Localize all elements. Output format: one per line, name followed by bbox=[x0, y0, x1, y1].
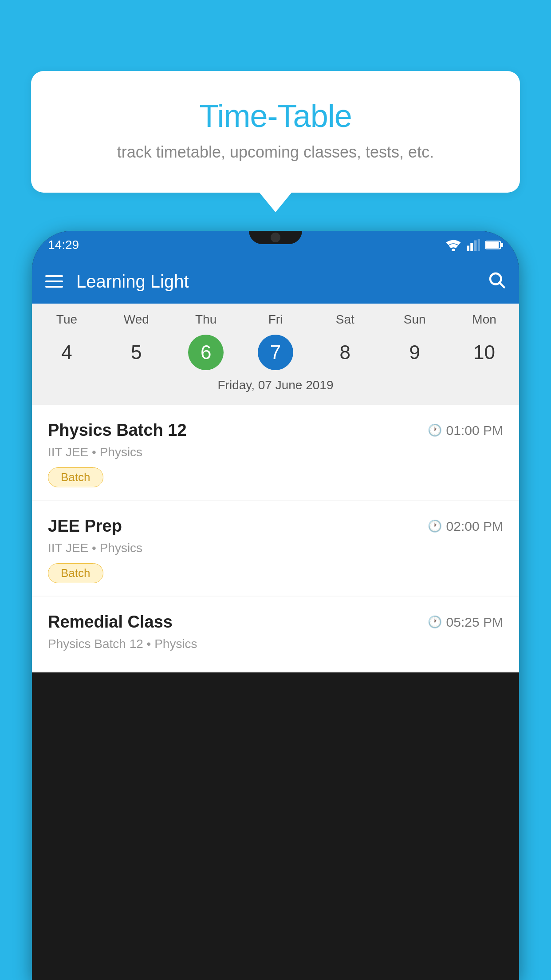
batch-tag-1: Batch bbox=[48, 467, 103, 487]
day-7-selected[interactable]: 7 bbox=[258, 335, 293, 370]
battery-icon bbox=[485, 240, 503, 250]
time-text-1: 01:00 PM bbox=[446, 423, 503, 438]
svg-rect-3 bbox=[474, 241, 477, 251]
class-meta-1: IIT JEE • Physics bbox=[48, 445, 503, 459]
class-meta-3: Physics Batch 12 • Physics bbox=[48, 637, 503, 651]
class-name-1: Physics Batch 12 bbox=[48, 421, 187, 440]
day-headers: Tue Wed Thu Fri Sat Sun Mon bbox=[32, 312, 519, 330]
svg-rect-7 bbox=[500, 243, 503, 247]
class-time-1: 🕐 01:00 PM bbox=[428, 423, 503, 438]
camera-dot bbox=[271, 233, 280, 242]
selected-date: Friday, 07 June 2019 bbox=[32, 375, 519, 400]
class-meta-2: IIT JEE • Physics bbox=[48, 541, 503, 555]
status-icons bbox=[445, 239, 503, 251]
day-6-today[interactable]: 6 bbox=[188, 335, 224, 370]
day-10[interactable]: 10 bbox=[467, 335, 502, 370]
wifi-icon bbox=[445, 239, 461, 251]
app-title: Learning Light bbox=[76, 272, 474, 292]
app-bar: Learning Light bbox=[32, 259, 519, 304]
day-header-sat: Sat bbox=[310, 312, 380, 327]
day-header-tue: Tue bbox=[32, 312, 102, 327]
svg-point-0 bbox=[452, 249, 455, 251]
svg-rect-1 bbox=[467, 246, 469, 251]
content-area: Physics Batch 12 🕐 01:00 PM IIT JEE • Ph… bbox=[32, 405, 519, 672]
batch-tag-2: Batch bbox=[48, 563, 103, 583]
class-name-3: Remedial Class bbox=[48, 612, 173, 632]
day-8[interactable]: 8 bbox=[327, 335, 363, 370]
day-header-sun: Sun bbox=[380, 312, 449, 327]
svg-line-9 bbox=[500, 283, 504, 287]
clock-icon-2: 🕐 bbox=[428, 519, 442, 533]
day-numbers: 4 5 6 7 8 9 10 bbox=[32, 330, 519, 375]
notch bbox=[249, 231, 302, 244]
bubble-subtitle: track timetable, upcoming classes, tests… bbox=[53, 143, 498, 162]
day-4[interactable]: 4 bbox=[49, 335, 84, 370]
day-9[interactable]: 9 bbox=[397, 335, 433, 370]
day-header-wed: Wed bbox=[102, 312, 171, 327]
svg-rect-4 bbox=[478, 239, 480, 251]
status-time: 14:29 bbox=[48, 238, 79, 252]
card-header-2: JEE Prep 🕐 02:00 PM bbox=[48, 517, 503, 536]
time-text-2: 02:00 PM bbox=[446, 519, 503, 534]
day-header-mon: Mon bbox=[449, 312, 519, 327]
clock-icon-1: 🕐 bbox=[428, 423, 442, 437]
class-time-2: 🕐 02:00 PM bbox=[428, 519, 503, 534]
class-card-3[interactable]: Remedial Class 🕐 05:25 PM Physics Batch … bbox=[32, 597, 519, 672]
svg-rect-6 bbox=[486, 242, 499, 248]
card-header-1: Physics Batch 12 🕐 01:00 PM bbox=[48, 421, 503, 440]
speech-bubble: Time-Table track timetable, upcoming cla… bbox=[31, 71, 520, 193]
bubble-title: Time-Table bbox=[53, 98, 498, 134]
class-time-3: 🕐 05:25 PM bbox=[428, 615, 503, 630]
card-header-3: Remedial Class 🕐 05:25 PM bbox=[48, 612, 503, 632]
signal-icon bbox=[467, 239, 480, 251]
phone-frame: 14:29 bbox=[32, 231, 519, 980]
status-bar: 14:29 bbox=[32, 231, 519, 259]
class-name-2: JEE Prep bbox=[48, 517, 122, 536]
search-button[interactable] bbox=[487, 270, 506, 293]
class-card-2[interactable]: JEE Prep 🕐 02:00 PM IIT JEE • Physics Ba… bbox=[32, 501, 519, 596]
hamburger-button[interactable] bbox=[45, 275, 63, 288]
day-header-fri: Fri bbox=[241, 312, 311, 327]
time-text-3: 05:25 PM bbox=[446, 615, 503, 630]
class-card-1[interactable]: Physics Batch 12 🕐 01:00 PM IIT JEE • Ph… bbox=[32, 405, 519, 500]
calendar-strip: Tue Wed Thu Fri Sat Sun Mon 4 5 6 7 8 9 … bbox=[32, 304, 519, 405]
svg-rect-2 bbox=[470, 243, 473, 251]
day-5[interactable]: 5 bbox=[118, 335, 154, 370]
clock-icon-3: 🕐 bbox=[428, 615, 442, 629]
day-header-thu: Thu bbox=[171, 312, 241, 327]
